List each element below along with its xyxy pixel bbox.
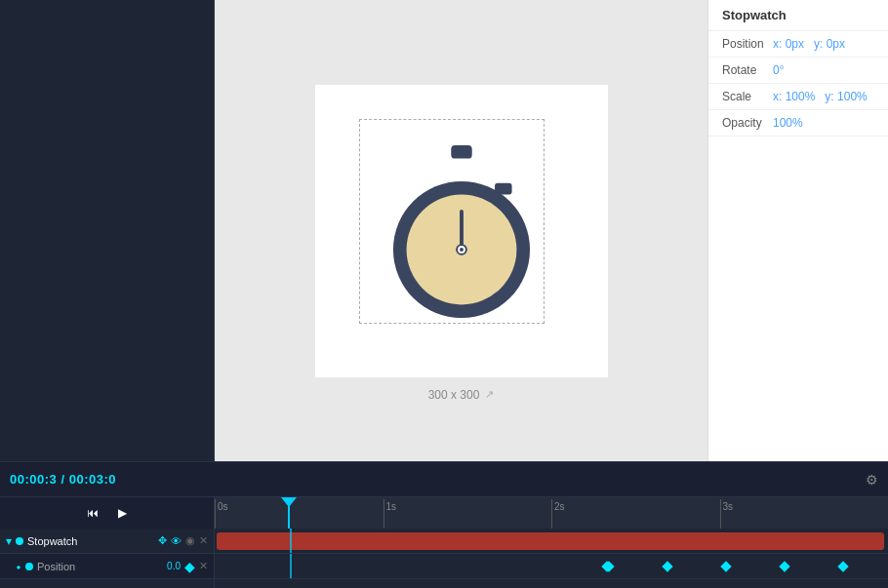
scale-y[interactable]: y: 100% (825, 90, 867, 103)
canvas-size-text: 300 x 300 (428, 388, 480, 402)
rotate-value[interactable]: 0° (773, 63, 784, 77)
track-expand-icon[interactable]: ▾ (6, 534, 12, 548)
opacity-label: Opacity (722, 116, 773, 130)
ruler-2s: 2s (554, 501, 565, 512)
svg-point-6 (460, 248, 464, 252)
position-playhead (290, 554, 292, 578)
add-keyframe-button[interactable]: ◆ (184, 559, 195, 574)
stopwatch-track-bar-row (215, 529, 888, 554)
stopwatch-graphic (379, 143, 545, 319)
sidebar-playback: ⏮ ▶ (0, 497, 215, 529)
total-time: 00:03:0 (69, 472, 116, 487)
play-button[interactable]: ▶ (118, 506, 127, 520)
right-panel-title: Stopwatch (708, 0, 888, 31)
resize-icon[interactable]: ↗ (485, 388, 494, 401)
sub-track-name: Position (37, 561, 163, 572)
ruler-0s: 0s (218, 501, 228, 512)
stopwatch-track-bar[interactable] (217, 532, 884, 550)
app: 300 x 300 ↗ Stopwatch Position x: 0px y:… (0, 0, 888, 588)
visibility-icon[interactable]: 👁 (171, 535, 182, 547)
opacity-value[interactable]: 100% (773, 116, 803, 130)
track-timeline (215, 529, 888, 588)
opacity-row: Opacity 100% (708, 110, 888, 137)
scale-row: Scale x: 100% y: 100% (708, 84, 888, 110)
keyframe-diamond-3[interactable] (720, 561, 731, 571)
current-time: 00:00:3 (10, 472, 57, 487)
position-y[interactable]: y: 0px (814, 37, 845, 51)
settings-icon[interactable]: ⚙ (866, 472, 878, 488)
position-row: Position x: 0px y: 0px (708, 31, 888, 58)
keyframe-value: 0.0 (167, 561, 181, 571)
ruler-1s: 1s (386, 501, 397, 512)
sub-track-icon: ⬥ (16, 561, 21, 571)
right-panel: Stopwatch Position x: 0px y: 0px Rotate … (707, 0, 888, 461)
position-x[interactable]: x: 0px (773, 37, 804, 51)
close-sub-track-icon[interactable]: ✕ (199, 560, 208, 572)
rewind-button[interactable]: ⏮ (87, 506, 99, 520)
track-dot (16, 537, 23, 545)
time-sep: / (61, 472, 68, 487)
track-name: Stopwatch (27, 535, 154, 547)
canvas-area: 300 x 300 ↗ (215, 0, 707, 461)
close-track-icon[interactable]: ✕ (199, 534, 208, 547)
canvas-container (315, 85, 608, 377)
track-playhead (290, 529, 292, 553)
timeline-ruler[interactable]: 0s 1s 2s 3s (215, 497, 888, 529)
time-controls-bar: 00:00:3 / 00:03:0 ⚙ (0, 462, 888, 497)
playback-controls: ⏮ ▶ 0s 1s 2s (0, 497, 888, 529)
track-rows: ▾ Stopwatch ✥ 👁 ◉ ✕ ⬥ Position 0.0 ◆ ✕ (0, 529, 888, 588)
keyframe-diamond-4[interactable] (779, 561, 789, 571)
rotate-label: Rotate (722, 63, 773, 77)
rotate-row: Rotate 0° (708, 58, 888, 84)
main-area: 300 x 300 ↗ Stopwatch Position x: 0px y:… (0, 0, 888, 461)
sidebar (0, 0, 215, 461)
playhead[interactable] (288, 497, 290, 529)
svg-rect-0 (451, 144, 471, 158)
keyframe-diamond-5[interactable] (837, 561, 848, 571)
ruler-3s: 3s (723, 501, 734, 512)
position-label: Position (722, 37, 773, 51)
move-icon[interactable]: ✥ (158, 534, 167, 547)
canvas-size-label: 300 x 300 ↗ (428, 388, 495, 402)
position-track-row: ⬥ Position 0.0 ◆ ✕ (0, 554, 214, 579)
sub-dot (25, 563, 33, 570)
time-display: 00:00:3 / 00:03:0 (0, 472, 126, 487)
stopwatch-track-row: ▾ Stopwatch ✥ 👁 ◉ ✕ (0, 529, 214, 554)
track-sidebar: ▾ Stopwatch ✥ 👁 ◉ ✕ ⬥ Position 0.0 ◆ ✕ (0, 529, 215, 588)
scale-label: Scale (722, 90, 773, 103)
scale-x[interactable]: x: 100% (773, 90, 815, 103)
lock-icon[interactable]: ◉ (185, 534, 195, 547)
keyframe-diamond-2[interactable] (662, 561, 672, 571)
bottom-area: 00:00:3 / 00:03:0 ⚙ ⏮ ▶ 0s (0, 461, 888, 588)
position-keyframe-row (215, 554, 888, 579)
